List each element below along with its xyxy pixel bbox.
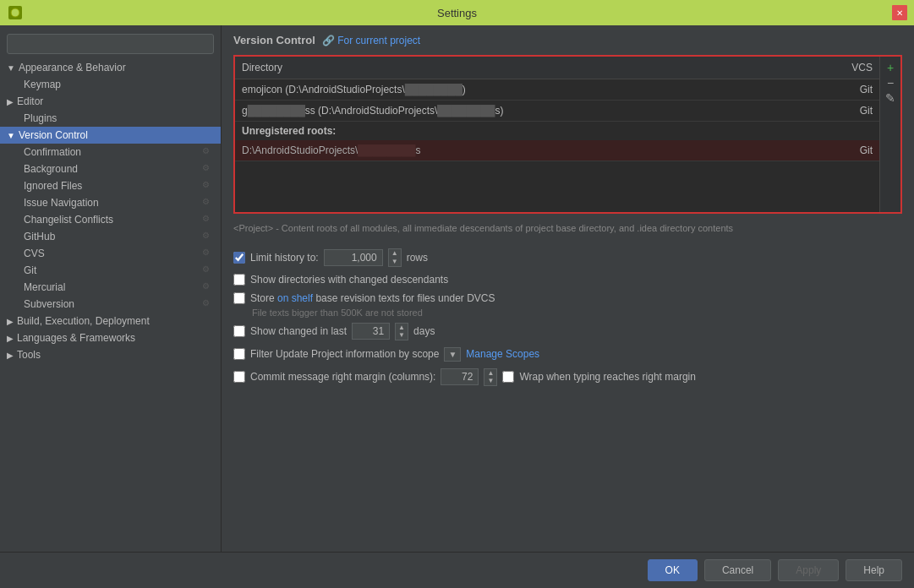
- limit-history-label-before: Limit history to:: [250, 252, 319, 264]
- vcs-table-actions: + − ✎: [879, 57, 900, 212]
- panel-header: Version Control 🔗 For current project: [233, 34, 902, 46]
- settings-section: Limit history to: ▲ ▼ rows Show director…: [233, 248, 902, 393]
- vcs-table-container: Directory VCS emojicon (D:\AndroidStudio…: [233, 55, 902, 214]
- sidebar-item-plugins[interactable]: Plugins: [0, 110, 221, 127]
- sidebar-item-version-control[interactable]: ▼ Version Control: [0, 127, 221, 144]
- show-changed-input[interactable]: [352, 323, 390, 340]
- remove-vcs-button[interactable]: −: [884, 75, 897, 90]
- sidebar-item-ignored-files[interactable]: Ignored Files ⚙: [0, 177, 221, 194]
- edit-vcs-button[interactable]: ✎: [884, 90, 897, 106]
- apply-button[interactable]: Apply: [778, 559, 839, 581]
- vcs-row-vcs: Git: [812, 103, 879, 118]
- settings-icon: ⚙: [202, 197, 214, 209]
- limit-history-checkbox[interactable]: [233, 252, 245, 264]
- help-button[interactable]: Help: [846, 559, 902, 581]
- vcs-row-dir: emojicon (D:\AndroidStudioProjects\█████…: [235, 82, 812, 97]
- store-shelf-subnote: File texts bigger than 500K are not stor…: [252, 308, 902, 318]
- chevron-down-icon: ▼: [7, 63, 15, 73]
- commit-margin-spinner[interactable]: ▲ ▼: [484, 368, 497, 386]
- wrap-typing-checkbox[interactable]: [502, 371, 514, 383]
- sidebar-item-keymap[interactable]: Keymap: [0, 76, 221, 93]
- footer: OK Cancel Apply Help: [0, 552, 914, 588]
- sidebar: ▼ Appearance & Behavior Keymap ▶ Editor …: [0, 25, 222, 552]
- sidebar-item-tools[interactable]: ▶ Tools: [0, 346, 221, 363]
- search-input[interactable]: [7, 34, 214, 54]
- chevron-right-icon: ▶: [7, 97, 14, 106]
- app-logo: [8, 6, 22, 19]
- title-bar: Settings ✕: [0, 0, 914, 25]
- settings-icon: ⚙: [202, 146, 214, 158]
- add-vcs-button[interactable]: +: [884, 60, 897, 75]
- show-changed-spinner[interactable]: ▲ ▼: [395, 323, 408, 340]
- vcs-empty-space: [235, 161, 879, 212]
- sidebar-item-build-execution[interactable]: ▶ Build, Execution, Deployment: [0, 313, 221, 329]
- chevron-right-icon: ▶: [7, 351, 14, 360]
- store-shelf-label: Store on shelf base revision texts for f…: [250, 292, 495, 304]
- sidebar-item-changelist-conflicts[interactable]: Changelist Conflicts ⚙: [0, 211, 221, 228]
- vcs-row-vcs-unregistered: Git: [812, 143, 879, 158]
- limit-history-input[interactable]: [324, 249, 383, 266]
- settings-icon: ⚙: [202, 298, 214, 310]
- spinner-down-icon[interactable]: ▼: [484, 377, 496, 385]
- commit-margin-checkbox[interactable]: [233, 371, 245, 383]
- show-changed-label-before: Show changed in last: [250, 325, 347, 337]
- table-row-unregistered[interactable]: D:\AndroidStudioProjects\████████s Git: [235, 140, 879, 161]
- sidebar-item-subversion[interactable]: Subversion ⚙: [0, 296, 221, 313]
- panel-subtitle-link[interactable]: 🔗 For current project: [322, 35, 420, 46]
- vcs-row-vcs: Git: [812, 82, 879, 97]
- svg-point-0: [11, 8, 19, 17]
- vcs-row-dir-unregistered: D:\AndroidStudioProjects\████████s: [235, 143, 812, 158]
- setting-commit-margin: Commit message right margin (columns): ▲…: [233, 368, 902, 386]
- filter-update-label: Filter Update Project information by sco…: [250, 348, 439, 360]
- vcs-row-dir: g████████ss (D:\AndroidStudioProjects\██…: [235, 103, 812, 118]
- sidebar-item-issue-navigation[interactable]: Issue Navigation ⚙: [0, 194, 221, 211]
- wrap-typing-label: Wrap when typing reaches right margin: [519, 371, 696, 383]
- settings-icon: ⚙: [202, 180, 214, 192]
- show-dirs-checkbox[interactable]: [233, 274, 245, 286]
- filter-update-checkbox[interactable]: [233, 348, 245, 360]
- vcs-data: Directory VCS emojicon (D:\AndroidStudio…: [235, 57, 879, 212]
- sidebar-item-background[interactable]: Background ⚙: [0, 161, 221, 177]
- spinner-down-icon[interactable]: ▼: [396, 331, 408, 340]
- ok-button[interactable]: OK: [648, 559, 698, 581]
- sidebar-item-git[interactable]: Git ⚙: [0, 262, 221, 279]
- vcs-col-dir-header: Directory: [235, 60, 812, 75]
- table-row[interactable]: emojicon (D:\AndroidStudioProjects\█████…: [235, 79, 879, 101]
- settings-icon: ⚙: [202, 214, 214, 226]
- chevron-down-icon: ▼: [7, 131, 15, 140]
- setting-show-changed: Show changed in last ▲ ▼ days: [233, 323, 902, 340]
- sidebar-item-confirmation[interactable]: Confirmation ⚙: [0, 144, 221, 161]
- sidebar-item-cvs[interactable]: CVS ⚙: [0, 245, 221, 262]
- sidebar-item-github[interactable]: GitHub ⚙: [0, 228, 221, 245]
- settings-icon: ⚙: [202, 231, 214, 242]
- close-button[interactable]: ✕: [892, 5, 907, 20]
- sidebar-item-languages-frameworks[interactable]: ▶ Languages & Frameworks: [0, 329, 221, 346]
- limit-history-spinner[interactable]: ▲ ▼: [388, 248, 402, 266]
- commit-margin-input[interactable]: [441, 368, 479, 385]
- setting-filter-update: Filter Update Project information by sco…: [233, 347, 902, 362]
- filter-scope-dropdown[interactable]: ▼: [444, 347, 461, 362]
- sidebar-item-mercurial[interactable]: Mercurial ⚙: [0, 279, 221, 296]
- window-title: Settings: [437, 7, 477, 19]
- setting-show-dirs: Show directories with changed descendant…: [233, 274, 902, 286]
- right-panel: Version Control 🔗 For current project Di…: [222, 25, 914, 552]
- cancel-button[interactable]: Cancel: [704, 559, 771, 581]
- commit-margin-label-before: Commit message right margin (columns):: [250, 371, 435, 383]
- table-row[interactable]: g████████ss (D:\AndroidStudioProjects\██…: [235, 101, 879, 122]
- main-container: ▼ Appearance & Behavior Keymap ▶ Editor …: [0, 25, 914, 588]
- show-changed-checkbox[interactable]: [233, 325, 245, 337]
- store-shelf-checkbox[interactable]: [233, 292, 245, 304]
- chevron-right-icon: ▶: [7, 317, 14, 326]
- sidebar-item-editor[interactable]: ▶ Editor: [0, 93, 221, 110]
- vcs-main: Directory VCS emojicon (D:\AndroidStudio…: [235, 57, 900, 212]
- setting-limit-history: Limit history to: ▲ ▼ rows: [233, 248, 902, 266]
- spinner-up-icon[interactable]: ▲: [396, 324, 408, 332]
- spinner-up-icon[interactable]: ▲: [484, 369, 496, 378]
- setting-store-shelf: Store on shelf base revision texts for f…: [233, 292, 902, 304]
- unregistered-label: Unregistered roots:: [235, 122, 879, 140]
- spinner-down-icon[interactable]: ▼: [389, 258, 401, 266]
- sidebar-item-appearance-behavior[interactable]: ▼ Appearance & Behavior: [0, 59, 221, 76]
- show-dirs-label: Show directories with changed descendant…: [250, 274, 448, 286]
- spinner-up-icon[interactable]: ▲: [389, 249, 401, 258]
- manage-scopes-link[interactable]: Manage Scopes: [466, 348, 539, 360]
